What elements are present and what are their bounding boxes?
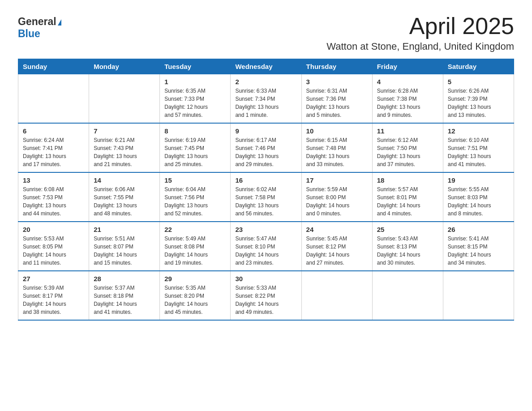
day-number: 17	[306, 176, 368, 184]
calendar-table: Sunday Monday Tuesday Wednesday Thursday…	[18, 59, 514, 321]
calendar-cell: 4Sunrise: 6:28 AM Sunset: 7:38 PM Daylig…	[372, 74, 443, 124]
calendar-cell	[443, 271, 514, 320]
calendar-cell	[372, 271, 443, 320]
title-block: April 2025 Watton at Stone, England, Uni…	[326, 13, 514, 52]
day-info: Sunrise: 5:57 AM Sunset: 8:01 PM Dayligh…	[377, 185, 438, 218]
day-info: Sunrise: 5:51 AM Sunset: 8:07 PM Dayligh…	[94, 235, 155, 267]
calendar-cell: 22Sunrise: 5:49 AM Sunset: 8:08 PM Dayli…	[160, 222, 231, 271]
location-title: Watton at Stone, England, United Kingdom	[326, 41, 514, 52]
calendar-week-row: 27Sunrise: 5:39 AM Sunset: 8:17 PM Dayli…	[18, 271, 514, 320]
calendar-cell: 17Sunrise: 5:59 AM Sunset: 8:00 PM Dayli…	[301, 172, 372, 222]
calendar-cell: 9Sunrise: 6:17 AM Sunset: 7:46 PM Daylig…	[231, 123, 301, 172]
month-title: April 2025	[326, 13, 514, 39]
calendar-cell	[301, 271, 372, 320]
calendar-week-row: 1Sunrise: 6:35 AM Sunset: 7:33 PM Daylig…	[18, 74, 514, 124]
day-number: 15	[164, 176, 226, 184]
day-info: Sunrise: 5:47 AM Sunset: 8:10 PM Dayligh…	[235, 235, 296, 267]
day-number: 2	[235, 78, 296, 86]
day-info: Sunrise: 5:35 AM Sunset: 8:20 PM Dayligh…	[164, 284, 226, 316]
calendar-cell: 30Sunrise: 5:33 AM Sunset: 8:22 PM Dayli…	[231, 271, 301, 320]
calendar-cell: 6Sunrise: 6:24 AM Sunset: 7:41 PM Daylig…	[18, 123, 89, 172]
col-sunday: Sunday	[18, 59, 89, 74]
day-number: 4	[377, 78, 438, 86]
day-info: Sunrise: 6:19 AM Sunset: 7:45 PM Dayligh…	[164, 136, 226, 168]
calendar-header-row: Sunday Monday Tuesday Wednesday Thursday…	[18, 59, 514, 74]
calendar-week-row: 20Sunrise: 5:53 AM Sunset: 8:05 PM Dayli…	[18, 222, 514, 271]
calendar-cell: 11Sunrise: 6:12 AM Sunset: 7:50 PM Dayli…	[372, 123, 443, 172]
calendar-cell: 14Sunrise: 6:06 AM Sunset: 7:55 PM Dayli…	[89, 172, 160, 222]
calendar-cell: 13Sunrise: 6:08 AM Sunset: 7:53 PM Dayli…	[18, 172, 89, 222]
day-number: 24	[306, 226, 368, 233]
calendar-cell: 21Sunrise: 5:51 AM Sunset: 8:07 PM Dayli…	[89, 222, 160, 271]
day-number: 6	[23, 127, 84, 135]
day-info: Sunrise: 6:10 AM Sunset: 7:51 PM Dayligh…	[448, 136, 509, 168]
day-number: 14	[94, 176, 155, 184]
day-info: Sunrise: 6:12 AM Sunset: 7:50 PM Dayligh…	[377, 136, 438, 168]
col-thursday: Thursday	[301, 59, 372, 74]
day-number: 3	[306, 78, 368, 86]
day-info: Sunrise: 6:28 AM Sunset: 7:38 PM Dayligh…	[377, 87, 438, 119]
calendar-week-row: 6Sunrise: 6:24 AM Sunset: 7:41 PM Daylig…	[18, 123, 514, 172]
col-saturday: Saturday	[443, 59, 514, 74]
day-info: Sunrise: 6:02 AM Sunset: 7:58 PM Dayligh…	[235, 185, 296, 218]
calendar-cell: 28Sunrise: 5:37 AM Sunset: 8:18 PM Dayli…	[89, 271, 160, 320]
calendar-cell: 29Sunrise: 5:35 AM Sunset: 8:20 PM Dayli…	[160, 271, 231, 320]
day-info: Sunrise: 6:06 AM Sunset: 7:55 PM Dayligh…	[94, 185, 155, 218]
day-number: 5	[448, 78, 509, 86]
logo-general-text: General	[18, 16, 56, 28]
day-info: Sunrise: 5:59 AM Sunset: 8:00 PM Dayligh…	[306, 185, 368, 218]
day-info: Sunrise: 6:17 AM Sunset: 7:46 PM Dayligh…	[235, 136, 296, 168]
calendar-cell	[18, 74, 89, 124]
day-number: 13	[23, 176, 84, 184]
logo-blue-text: Blue	[18, 28, 40, 40]
day-info: Sunrise: 5:39 AM Sunset: 8:17 PM Dayligh…	[23, 284, 84, 316]
day-number: 27	[23, 275, 84, 283]
calendar-cell: 18Sunrise: 5:57 AM Sunset: 8:01 PM Dayli…	[372, 172, 443, 222]
day-number: 19	[448, 176, 509, 184]
calendar-cell: 24Sunrise: 5:45 AM Sunset: 8:12 PM Dayli…	[301, 222, 372, 271]
day-info: Sunrise: 5:49 AM Sunset: 8:08 PM Dayligh…	[164, 235, 226, 267]
day-number: 21	[94, 226, 155, 233]
calendar-cell: 15Sunrise: 6:04 AM Sunset: 7:56 PM Dayli…	[160, 172, 231, 222]
page-header: General Blue April 2025 Watton at Stone,…	[18, 13, 514, 52]
day-number: 16	[235, 176, 296, 184]
calendar-cell	[89, 74, 160, 124]
calendar-cell: 5Sunrise: 6:26 AM Sunset: 7:39 PM Daylig…	[443, 74, 514, 124]
calendar-cell: 12Sunrise: 6:10 AM Sunset: 7:51 PM Dayli…	[443, 123, 514, 172]
calendar-body: 1Sunrise: 6:35 AM Sunset: 7:33 PM Daylig…	[18, 74, 514, 321]
day-number: 9	[235, 127, 296, 135]
calendar-cell: 10Sunrise: 6:15 AM Sunset: 7:48 PM Dayli…	[301, 123, 372, 172]
logo-triangle-icon	[58, 19, 61, 26]
day-info: Sunrise: 5:55 AM Sunset: 8:03 PM Dayligh…	[448, 185, 509, 218]
day-info: Sunrise: 5:45 AM Sunset: 8:12 PM Dayligh…	[306, 235, 368, 267]
day-number: 20	[23, 226, 84, 233]
col-friday: Friday	[372, 59, 443, 74]
day-info: Sunrise: 5:53 AM Sunset: 8:05 PM Dayligh…	[23, 235, 84, 267]
day-info: Sunrise: 6:33 AM Sunset: 7:34 PM Dayligh…	[235, 87, 296, 119]
calendar-cell: 20Sunrise: 5:53 AM Sunset: 8:05 PM Dayli…	[18, 222, 89, 271]
day-number: 7	[94, 127, 155, 135]
day-info: Sunrise: 5:41 AM Sunset: 8:15 PM Dayligh…	[448, 235, 509, 267]
day-number: 10	[306, 127, 368, 135]
day-number: 18	[377, 176, 438, 184]
day-info: Sunrise: 5:33 AM Sunset: 8:22 PM Dayligh…	[235, 284, 296, 316]
day-info: Sunrise: 5:37 AM Sunset: 8:18 PM Dayligh…	[94, 284, 155, 316]
day-info: Sunrise: 6:31 AM Sunset: 7:36 PM Dayligh…	[306, 87, 368, 119]
day-number: 26	[448, 226, 509, 233]
day-info: Sunrise: 6:26 AM Sunset: 7:39 PM Dayligh…	[448, 87, 509, 119]
calendar-cell: 19Sunrise: 5:55 AM Sunset: 8:03 PM Dayli…	[443, 172, 514, 222]
day-info: Sunrise: 6:24 AM Sunset: 7:41 PM Dayligh…	[23, 136, 84, 168]
calendar-cell: 16Sunrise: 6:02 AM Sunset: 7:58 PM Dayli…	[231, 172, 301, 222]
calendar-cell: 3Sunrise: 6:31 AM Sunset: 7:36 PM Daylig…	[301, 74, 372, 124]
day-number: 12	[448, 127, 509, 135]
day-info: Sunrise: 6:04 AM Sunset: 7:56 PM Dayligh…	[164, 185, 226, 218]
calendar-cell: 2Sunrise: 6:33 AM Sunset: 7:34 PM Daylig…	[231, 74, 301, 124]
col-monday: Monday	[89, 59, 160, 74]
calendar-cell: 26Sunrise: 5:41 AM Sunset: 8:15 PM Dayli…	[443, 222, 514, 271]
col-tuesday: Tuesday	[160, 59, 231, 74]
day-info: Sunrise: 6:15 AM Sunset: 7:48 PM Dayligh…	[306, 136, 368, 168]
calendar-cell: 1Sunrise: 6:35 AM Sunset: 7:33 PM Daylig…	[160, 74, 231, 124]
logo: General Blue	[18, 13, 61, 40]
day-info: Sunrise: 6:08 AM Sunset: 7:53 PM Dayligh…	[23, 185, 84, 218]
col-wednesday: Wednesday	[231, 59, 301, 74]
